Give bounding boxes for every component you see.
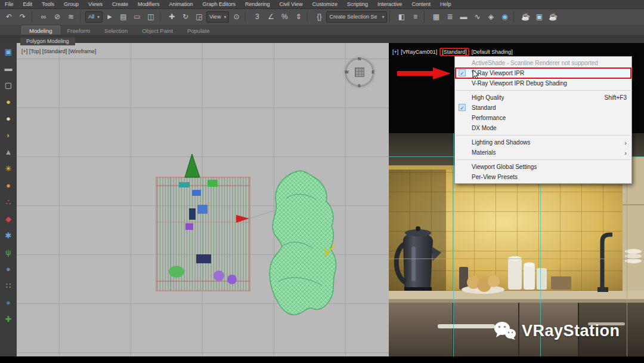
hand-icon[interactable]: ◗ [3, 130, 14, 141]
menu-group[interactable]: Group [59, 1, 83, 7]
menu-item-viewport-global-settings[interactable]: Viewport Global Settings [455, 162, 631, 172]
viewcube-compass[interactable]: N E S W [343, 56, 376, 89]
menu-animation[interactable]: Animation [164, 1, 197, 7]
menu-create[interactable]: Create [107, 1, 133, 7]
menu-item-high-quality[interactable]: High QualityShift+F3 [455, 93, 631, 103]
menu-interactive[interactable]: Interactive [373, 1, 407, 7]
edit-named-selection-sets-icon[interactable]: {} [312, 11, 326, 23]
toggle-ribbon-icon[interactable]: ▬ [457, 11, 470, 23]
select-and-link-icon[interactable]: ∞ [37, 11, 50, 23]
cone-icon[interactable]: ▲ [3, 146, 14, 158]
menu-item-v-ray-viewport-ipr[interactable]: ✓V-Ray Viewport IPR [455, 68, 631, 78]
menu-modifiers[interactable]: Modifiers [133, 1, 165, 7]
submenu-arrow-icon: › [624, 140, 627, 146]
viewport-menu-plus[interactable]: [+] [392, 49, 398, 55]
ribbon-tab-populate[interactable]: Populate [180, 26, 217, 35]
toolbar-separator [513, 11, 516, 23]
select-by-name-icon[interactable]: ▤ [117, 11, 130, 23]
render-setup-icon[interactable]: ☕ [519, 11, 532, 23]
compass-south-label: S [358, 84, 361, 88]
menu-item-dx-mode[interactable]: DX Mode [455, 123, 631, 133]
viewport-camera-label[interactable]: [VRayCam001] [401, 49, 437, 55]
select-object-icon[interactable]: ► [103, 11, 116, 23]
menu-item-label: ActiveShade - Scanline Renderer not supp… [472, 60, 598, 66]
menu-item-lighting-and-shadows[interactable]: Lighting and Shadows› [455, 137, 631, 147]
tab-polygon-modeling[interactable]: Polygon Modeling [20, 38, 75, 45]
ball-icon[interactable]: ● [3, 297, 14, 308]
unlink-selection-icon[interactable]: ⊘ [51, 11, 64, 23]
ribbon-tab-object-paint[interactable]: Object Paint [135, 26, 180, 35]
menu-help[interactable]: Help [435, 1, 456, 7]
menu-item-v-ray-viewport-ipr-debug-shading[interactable]: V-Ray Viewport IPR Debug Shading [455, 78, 631, 88]
named-selection-set-dropdown[interactable]: Create Selection Se▾ [326, 11, 387, 23]
particles-icon[interactable]: ∴ [3, 196, 14, 208]
angle-snap-icon[interactable]: ∠ [264, 11, 277, 23]
viewport-shading-label[interactable]: [Default Shading] [472, 49, 513, 55]
snowflake-icon[interactable]: ✱ [3, 230, 14, 241]
use-pivot-center-icon[interactable]: ⊙ [230, 11, 243, 23]
menu-civil-view[interactable]: Civil View [275, 1, 308, 7]
menu-tools[interactable]: Tools [37, 1, 59, 7]
select-and-rotate-icon[interactable]: ↻ [179, 11, 192, 23]
sun-icon[interactable]: ✳ [3, 163, 14, 174]
plus-icon[interactable]: ✚ [3, 313, 14, 325]
ribbon-tab-selection[interactable]: Selection [97, 26, 135, 35]
bind-to-space-warp-icon[interactable]: ≋ [64, 11, 78, 23]
menu-rendering[interactable]: Rendering [240, 1, 275, 7]
redo-icon[interactable]: ↷ [16, 11, 29, 23]
menu-file[interactable]: File [0, 1, 18, 7]
menu-content[interactable]: Content [407, 1, 435, 7]
slab-icon[interactable]: ▬ [3, 63, 14, 74]
rendered-frame-window-icon[interactable]: ▣ [532, 11, 546, 23]
dots-grid-icon[interactable]: ∷ [3, 280, 14, 291]
align-icon[interactable]: ≡ [408, 11, 422, 23]
undo-icon[interactable]: ↶ [2, 11, 16, 23]
selection-filter-dropdown[interactable]: All▾ [85, 11, 103, 23]
menu-edit[interactable]: Edit [18, 1, 38, 7]
window-crossing-icon[interactable]: ◫ [144, 11, 157, 23]
camera-viewport[interactable]: [+] [VRayCam001] [Standard] [Default Sha… [389, 43, 644, 356]
menu-scripting[interactable]: Scripting [342, 1, 373, 7]
teapot-icon[interactable]: ● [3, 96, 14, 107]
sphere-icon[interactable]: ● [3, 113, 14, 124]
select-and-scale-icon[interactable]: ◲ [193, 11, 206, 23]
menu-customize[interactable]: Customize [307, 1, 342, 7]
menu-item-label: Per-View Presets [472, 174, 518, 180]
toggle-scene-explorer-icon[interactable]: ▦ [429, 11, 442, 23]
mirror-icon[interactable]: ◧ [395, 11, 408, 23]
grass-icon[interactable]: ψ [3, 247, 14, 258]
viewcube-core[interactable] [355, 67, 364, 77]
menu-item-standard[interactable]: ✓Standard [455, 103, 631, 113]
ribbon-tab-modeling[interactable]: Modeling [21, 26, 60, 35]
menu-graph-editors[interactable]: Graph Editors [197, 1, 240, 7]
house-plan-wireframe[interactable] [156, 154, 279, 291]
schematic-view-icon[interactable]: ◈ [484, 11, 497, 23]
paint-icon[interactable]: ◆ [3, 213, 14, 224]
check-placeholder [459, 163, 466, 170]
selection-region-icon[interactable]: ▭ [131, 11, 144, 23]
viewport-mode-label[interactable]: [Standard] [439, 48, 469, 56]
curve-editor-icon[interactable]: ∿ [470, 11, 484, 23]
menu-item-materials[interactable]: Materials› [455, 147, 631, 158]
blue-sphere-icon[interactable]: ● [3, 263, 14, 275]
percent-snap-icon[interactable]: % [278, 11, 291, 23]
material-editor-icon[interactable]: ◉ [498, 11, 511, 23]
select-and-move-icon[interactable]: ✚ [165, 11, 178, 23]
viewport-cube-icon[interactable]: ▣ [3, 46, 14, 57]
tree-cone[interactable] [185, 154, 200, 177]
spinner-snap-icon[interactable]: ⇕ [292, 11, 305, 23]
viewport-label-top[interactable]: [+] [Top] [Standard] [Wireframe] [21, 48, 96, 54]
top-viewport[interactable]: [+] [Top] [Standard] [Wireframe] [17, 43, 389, 356]
tree-canopy-wireframe[interactable] [270, 171, 336, 315]
menu-item-per-view-presets[interactable]: Per-View Presets [455, 172, 631, 182]
ribbon-tab-freeform[interactable]: Freeform [60, 26, 98, 35]
menu-item-performance[interactable]: Performance [455, 113, 631, 123]
snap-toggle-icon[interactable]: 3 [250, 11, 264, 23]
toggle-layer-explorer-icon[interactable]: ≣ [443, 11, 456, 23]
card-icon[interactable]: ▢ [3, 79, 14, 91]
reference-coordinate-dropdown[interactable]: View▾ [206, 11, 229, 23]
reference-coordinate-dropdown-value: View [209, 14, 221, 20]
render-production-icon[interactable]: ☕ [546, 11, 559, 23]
orange-sphere-icon[interactable]: ● [3, 180, 14, 191]
menu-views[interactable]: Views [83, 1, 107, 7]
